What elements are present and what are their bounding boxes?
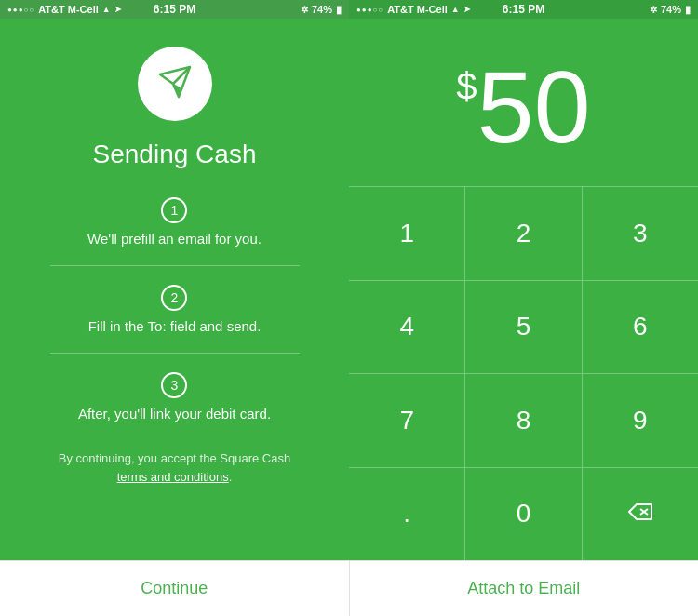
keypad-row-3: 7 8 9: [349, 373, 698, 467]
amount-value: 50: [477, 56, 590, 158]
bottom-bar: Continue Attach to Email: [0, 560, 698, 616]
keypad-key-4[interactable]: 4: [349, 281, 465, 374]
amount-display: $ 50: [437, 19, 610, 186]
right-status-bar: ●●●○○ AT&T M-Cell ▲ ➤ 6:15 PM ✲ 74% ▮: [349, 0, 698, 19]
step-3-text: After, you'll link your debit card.: [78, 406, 271, 422]
keypad-key-backspace[interactable]: [583, 468, 698, 561]
keypad-key-0[interactable]: 0: [465, 468, 582, 561]
dollar-sign: $: [456, 65, 477, 107]
continue-button[interactable]: Continue: [0, 561, 350, 616]
keypad-row-4: . 0: [349, 467, 698, 561]
bluetooth-icon: ✲: [301, 5, 308, 15]
keypad-key-5[interactable]: 5: [465, 281, 582, 374]
keypad-key-dot[interactable]: .: [349, 468, 465, 561]
step-3: 3 After, you'll link your debit card.: [78, 372, 271, 422]
keypad-key-3[interactable]: 3: [583, 187, 698, 280]
left-status-right: ✲ 74% ▮: [301, 4, 342, 16]
step-2: 2 Fill in the To: field and send.: [88, 285, 262, 334]
keypad-key-7[interactable]: 7: [349, 374, 465, 467]
left-status-time: 6:15 PM: [154, 3, 195, 16]
keypad-row-2: 4 5 6: [349, 280, 698, 374]
terms-link[interactable]: terms and conditions: [117, 470, 229, 484]
keypad-key-1[interactable]: 1: [349, 187, 465, 280]
right-bluetooth-icon: ✲: [650, 5, 657, 15]
right-arrow-icon: ➤: [463, 5, 471, 14]
battery-icon: ▮: [336, 4, 342, 16]
keypad-row-1: 1 2 3: [349, 186, 698, 280]
terms-text: By continuing, you accept the Square Cas…: [40, 449, 309, 486]
battery-level: 74%: [312, 4, 332, 15]
left-screen: ●●●○○ AT&T M-Cell ▲ ➤ 6:15 PM ✲ 74% ▮: [0, 0, 349, 560]
left-main-content: Sending Cash 1 We'll prefill an email fo…: [0, 19, 349, 560]
right-battery-level: 74%: [661, 4, 681, 15]
app-title: Sending Cash: [93, 140, 257, 169]
wifi-icon: ▲: [102, 5, 111, 14]
keypad-key-6[interactable]: 6: [583, 281, 698, 374]
right-status-right: ✲ 74% ▮: [650, 4, 691, 16]
signal-dots-icon: ●●●○○: [7, 6, 34, 14]
steps-container: 1 We'll prefill an email for you. 2 Fill…: [19, 197, 330, 422]
right-battery-icon: ▮: [685, 4, 691, 16]
right-signal-dots-icon: ●●●○○: [356, 6, 383, 14]
step-1-circle: 1: [161, 197, 187, 223]
step-1-text: We'll prefill an email for you.: [87, 231, 262, 247]
left-status-bar: ●●●○○ AT&T M-Cell ▲ ➤ 6:15 PM ✲ 74% ▮: [0, 0, 349, 19]
left-status-carrier: ●●●○○ AT&T M-Cell ▲ ➤: [7, 4, 122, 15]
arrow-icon: ➤: [114, 5, 122, 14]
right-main-content: $ 50 1 2 3 4 5 6 7 8 9: [349, 19, 698, 560]
backspace-icon: [627, 502, 653, 526]
paper-plane-icon: [154, 63, 195, 104]
step-1: 1 We'll prefill an email for you.: [87, 197, 262, 247]
right-status-time: 6:15 PM: [503, 3, 544, 16]
attach-to-email-button[interactable]: Attach to Email: [350, 561, 699, 616]
keypad-key-2[interactable]: 2: [465, 187, 582, 280]
step-3-circle: 3: [161, 372, 187, 398]
keypad-key-9[interactable]: 9: [583, 374, 698, 467]
step-2-text: Fill in the To: field and send.: [88, 318, 262, 334]
keypad: 1 2 3 4 5 6 7 8 9 . 0: [349, 186, 698, 560]
step-2-circle: 2: [161, 285, 187, 311]
right-status-carrier: ●●●○○ AT&T M-Cell ▲ ➤: [356, 4, 471, 15]
keypad-key-8[interactable]: 8: [465, 374, 582, 467]
separator-2: [50, 353, 300, 354]
app-logo: [138, 47, 212, 121]
right-wifi-icon: ▲: [451, 5, 460, 14]
right-screen: ●●●○○ AT&T M-Cell ▲ ➤ 6:15 PM ✲ 74% ▮ $ …: [349, 0, 698, 560]
separator-1: [50, 265, 300, 266]
